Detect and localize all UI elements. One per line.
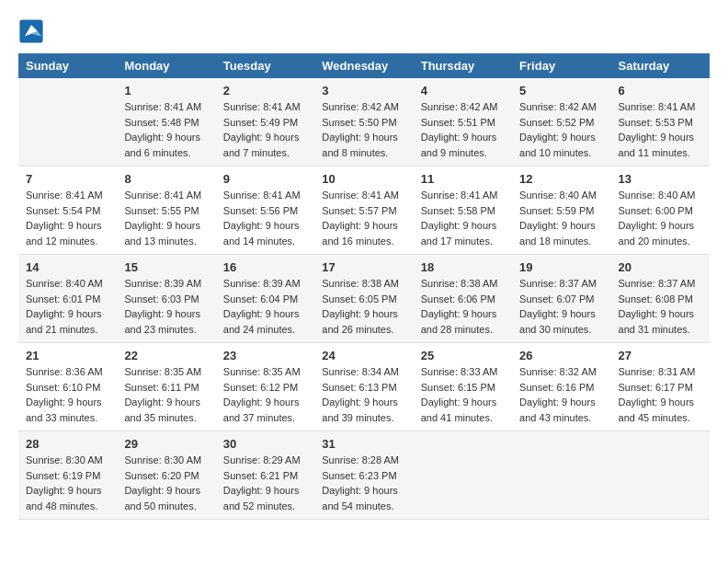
page-header	[18, 18, 710, 44]
sunset-text: Sunset: 6:01 PM	[26, 293, 100, 304]
day-number: 28	[26, 437, 109, 451]
calendar-cell: 26Sunrise: 8:32 AMSunset: 6:16 PMDayligh…	[512, 343, 610, 431]
week-row: 14Sunrise: 8:40 AMSunset: 6:01 PMDayligh…	[18, 255, 710, 343]
day-info: Sunrise: 8:41 AMSunset: 5:58 PMDaylight:…	[421, 188, 505, 248]
day-number: 29	[124, 437, 208, 451]
sunrise-text: Sunrise: 8:39 AM	[223, 278, 301, 289]
calendar-cell: 7Sunrise: 8:41 AMSunset: 5:54 PMDaylight…	[18, 167, 117, 255]
calendar-cell: 25Sunrise: 8:33 AMSunset: 6:15 PMDayligh…	[414, 343, 512, 431]
header-tuesday: Tuesday	[216, 53, 314, 78]
sunrise-text: Sunrise: 8:37 AM	[519, 278, 597, 289]
sunset-text: Sunset: 5:56 PM	[223, 205, 298, 216]
header-saturday: Saturday	[611, 53, 710, 78]
day-info: Sunrise: 8:42 AMSunset: 5:52 PMDaylight:…	[519, 99, 603, 160]
day-number: 17	[322, 260, 405, 274]
sunrise-text: Sunrise: 8:41 AM	[124, 101, 201, 112]
sunrise-text: Sunrise: 8:37 AM	[619, 278, 696, 289]
day-info: Sunrise: 8:40 AMSunset: 6:00 PMDaylight:…	[619, 188, 702, 248]
calendar-cell: 27Sunrise: 8:31 AMSunset: 6:17 PMDayligh…	[611, 343, 710, 431]
day-number: 2	[223, 84, 307, 98]
sunset-text: Sunset: 5:50 PM	[322, 117, 396, 128]
sunrise-text: Sunrise: 8:30 AM	[124, 454, 201, 465]
day-number: 5	[519, 84, 603, 98]
day-info: Sunrise: 8:41 AMSunset: 5:57 PMDaylight:…	[322, 188, 405, 248]
daylight-text: Daylight: 9 hours and 6 minutes.	[124, 132, 200, 158]
daylight-text: Daylight: 9 hours and 54 minutes.	[322, 485, 398, 511]
daylight-text: Daylight: 9 hours and 35 minutes.	[124, 396, 200, 423]
calendar-cell: 14Sunrise: 8:40 AMSunset: 6:01 PMDayligh…	[18, 255, 117, 343]
sunrise-text: Sunrise: 8:31 AM	[619, 366, 696, 377]
day-info: Sunrise: 8:32 AMSunset: 6:16 PMDaylight:…	[519, 364, 603, 425]
day-info: Sunrise: 8:38 AMSunset: 6:05 PMDaylight:…	[322, 276, 405, 337]
sunset-text: Sunset: 6:05 PM	[322, 293, 396, 304]
calendar-cell: 11Sunrise: 8:41 AMSunset: 5:58 PMDayligh…	[414, 167, 512, 255]
calendar-cell: 6Sunrise: 8:41 AMSunset: 5:53 PMDaylight…	[611, 78, 710, 167]
sunrise-text: Sunrise: 8:41 AM	[26, 190, 103, 201]
sunrise-text: Sunrise: 8:30 AM	[26, 454, 103, 465]
sunrise-text: Sunrise: 8:42 AM	[421, 101, 498, 112]
week-row: 1Sunrise: 8:41 AMSunset: 5:48 PMDaylight…	[18, 78, 710, 167]
daylight-text: Daylight: 9 hours and 9 minutes.	[421, 132, 497, 158]
sunset-text: Sunset: 5:57 PM	[322, 205, 396, 216]
sunset-text: Sunset: 5:52 PM	[519, 117, 594, 128]
header-thursday: Thursday	[414, 53, 512, 78]
sunrise-text: Sunrise: 8:38 AM	[421, 278, 498, 289]
calendar-cell: 24Sunrise: 8:34 AMSunset: 6:13 PMDayligh…	[314, 343, 413, 431]
sunrise-text: Sunrise: 8:33 AM	[421, 366, 498, 377]
sunset-text: Sunset: 5:59 PM	[519, 205, 594, 216]
sunrise-text: Sunrise: 8:28 AM	[322, 454, 399, 465]
sunset-text: Sunset: 6:21 PM	[223, 470, 298, 481]
sunrise-text: Sunrise: 8:40 AM	[26, 278, 103, 289]
sunrise-text: Sunrise: 8:41 AM	[223, 190, 301, 201]
daylight-text: Daylight: 9 hours and 14 minutes.	[223, 220, 300, 247]
day-number: 3	[322, 84, 405, 98]
sunset-text: Sunset: 6:07 PM	[519, 293, 594, 304]
calendar-cell: 1Sunrise: 8:41 AMSunset: 5:48 PMDaylight…	[117, 78, 215, 167]
sunset-text: Sunset: 6:20 PM	[124, 470, 199, 481]
daylight-text: Daylight: 9 hours and 21 minutes.	[26, 308, 102, 335]
day-number: 12	[519, 172, 603, 186]
header-row: SundayMondayTuesdayWednesdayThursdayFrid…	[18, 53, 710, 78]
sunrise-text: Sunrise: 8:34 AM	[322, 366, 399, 377]
calendar-cell	[512, 431, 610, 520]
day-info: Sunrise: 8:41 AMSunset: 5:55 PMDaylight:…	[124, 188, 208, 248]
calendar-cell: 16Sunrise: 8:39 AMSunset: 6:04 PMDayligh…	[216, 255, 314, 343]
sunset-text: Sunset: 5:49 PM	[223, 117, 298, 128]
sunrise-text: Sunrise: 8:41 AM	[322, 190, 399, 201]
sunset-text: Sunset: 5:54 PM	[26, 205, 100, 216]
day-number: 7	[26, 172, 109, 186]
sunset-text: Sunset: 6:13 PM	[322, 382, 396, 393]
header-monday: Monday	[117, 53, 215, 78]
daylight-text: Daylight: 9 hours and 16 minutes.	[322, 220, 398, 247]
header-sunday: Sunday	[18, 53, 117, 78]
daylight-text: Daylight: 9 hours and 7 minutes.	[223, 132, 300, 158]
daylight-text: Daylight: 9 hours and 23 minutes.	[124, 308, 200, 335]
day-info: Sunrise: 8:39 AMSunset: 6:03 PMDaylight:…	[124, 276, 208, 337]
day-info: Sunrise: 8:36 AMSunset: 6:10 PMDaylight:…	[26, 364, 109, 425]
day-info: Sunrise: 8:30 AMSunset: 6:20 PMDaylight:…	[124, 453, 208, 513]
logo-icon	[18, 18, 44, 44]
calendar-cell: 3Sunrise: 8:42 AMSunset: 5:50 PMDaylight…	[314, 78, 413, 167]
sunset-text: Sunset: 6:16 PM	[519, 382, 594, 393]
header-friday: Friday	[512, 53, 610, 78]
daylight-text: Daylight: 9 hours and 28 minutes.	[421, 308, 497, 335]
sunset-text: Sunset: 6:12 PM	[223, 382, 298, 393]
day-info: Sunrise: 8:38 AMSunset: 6:06 PMDaylight:…	[421, 276, 505, 337]
day-info: Sunrise: 8:41 AMSunset: 5:54 PMDaylight:…	[26, 188, 109, 248]
logo	[18, 18, 48, 44]
sunrise-text: Sunrise: 8:42 AM	[322, 101, 399, 112]
header-wednesday: Wednesday	[314, 53, 413, 78]
sunrise-text: Sunrise: 8:35 AM	[124, 366, 201, 377]
sunset-text: Sunset: 5:51 PM	[421, 117, 495, 128]
day-info: Sunrise: 8:34 AMSunset: 6:13 PMDaylight:…	[322, 364, 405, 425]
sunrise-text: Sunrise: 8:41 AM	[223, 101, 301, 112]
calendar-cell: 30Sunrise: 8:29 AMSunset: 6:21 PMDayligh…	[216, 431, 314, 520]
day-info: Sunrise: 8:42 AMSunset: 5:51 PMDaylight:…	[421, 99, 505, 160]
daylight-text: Daylight: 9 hours and 17 minutes.	[421, 220, 497, 247]
day-info: Sunrise: 8:41 AMSunset: 5:56 PMDaylight:…	[223, 188, 307, 248]
daylight-text: Daylight: 9 hours and 31 minutes.	[619, 308, 695, 335]
daylight-text: Daylight: 9 hours and 37 minutes.	[223, 396, 300, 423]
sunset-text: Sunset: 6:10 PM	[26, 382, 100, 393]
day-number: 31	[322, 437, 405, 451]
calendar-cell: 10Sunrise: 8:41 AMSunset: 5:57 PMDayligh…	[314, 167, 413, 255]
